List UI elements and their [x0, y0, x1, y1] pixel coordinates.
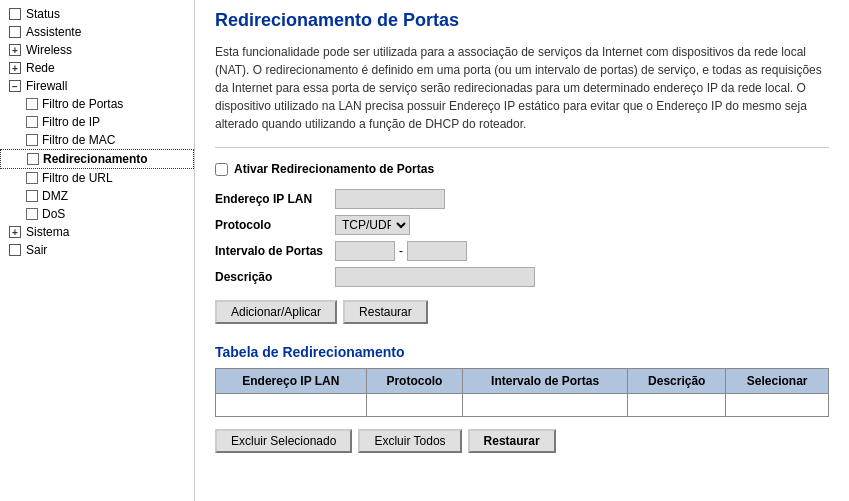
- plus-icon: +: [8, 43, 22, 57]
- sidebar-item-filtro-mac[interactable]: Filtro de MAC: [0, 131, 194, 149]
- bottom-buttons: Excluir Selecionado Excluir Todos Restau…: [215, 429, 829, 453]
- col-select: Selecionar: [726, 369, 829, 394]
- activate-checkbox[interactable]: [215, 163, 228, 176]
- table-row: Descrição: [215, 264, 541, 290]
- sidebar-item-sair[interactable]: Sair: [0, 241, 194, 259]
- form-buttons: Adicionar/Aplicar Restaurar: [215, 300, 829, 324]
- table-section: Tabela de Redirecionamento Endereço IP L…: [215, 344, 829, 453]
- activate-label: Ativar Redirecionamento de Portas: [234, 162, 434, 176]
- add-apply-button[interactable]: Adicionar/Aplicar: [215, 300, 337, 324]
- sidebar-item-label: DMZ: [42, 189, 68, 203]
- page-title: Redirecionamento de Portas: [215, 10, 829, 31]
- sidebar-item-label: Firewall: [26, 79, 67, 93]
- sidebar-item-filtro-ip[interactable]: Filtro de IP: [0, 113, 194, 131]
- sidebar-item-label: Sair: [26, 243, 47, 257]
- table-row: Intervalo de Portas -: [215, 238, 541, 264]
- sub-checkbox-icon: [26, 208, 38, 220]
- sidebar-item-label: Status: [26, 7, 60, 21]
- description-label: Descrição: [215, 264, 335, 290]
- col-protocol: Protocolo: [366, 369, 462, 394]
- sidebar-item-dmz[interactable]: DMZ: [0, 187, 194, 205]
- sidebar-item-sistema[interactable]: + Sistema: [0, 223, 194, 241]
- sidebar-item-label: Redirecionamento: [43, 152, 148, 166]
- sidebar-item-filtro-url[interactable]: Filtro de URL: [0, 169, 194, 187]
- checkbox-icon: [8, 7, 22, 21]
- col-ip: Endereço IP LAN: [216, 369, 367, 394]
- form-table: Endereço IP LAN Protocolo TCP/UDP TCP UD…: [215, 186, 541, 290]
- form-section: Ativar Redirecionamento de Portas Endere…: [215, 162, 829, 324]
- protocol-select[interactable]: TCP/UDP TCP UDP: [335, 215, 410, 235]
- sidebar-item-redirecionamento[interactable]: Redirecionamento: [0, 149, 194, 169]
- table-row: Endereço IP LAN: [215, 186, 541, 212]
- sidebar-item-firewall[interactable]: − Firewall: [0, 77, 194, 95]
- table-row: Protocolo TCP/UDP TCP UDP: [215, 212, 541, 238]
- sidebar-item-rede[interactable]: + Rede: [0, 59, 194, 77]
- plus-icon: +: [8, 225, 22, 239]
- table-row-empty: [216, 394, 829, 417]
- sub-checkbox-icon: [26, 98, 38, 110]
- activate-row: Ativar Redirecionamento de Portas: [215, 162, 829, 176]
- ip-lan-input[interactable]: [335, 189, 445, 209]
- sub-checkbox-icon: [26, 172, 38, 184]
- port-start-input[interactable]: [335, 241, 395, 261]
- sidebar-item-label: Rede: [26, 61, 55, 75]
- main-content: Redirecionamento de Portas Esta funciona…: [195, 0, 849, 501]
- sidebar-item-label: Assistente: [26, 25, 81, 39]
- ip-label: Endereço IP LAN: [215, 186, 335, 212]
- col-description: Descrição: [628, 369, 726, 394]
- sidebar-item-label: DoS: [42, 207, 65, 221]
- sidebar-item-wireless[interactable]: + Wireless: [0, 41, 194, 59]
- port-end-input[interactable]: [407, 241, 467, 261]
- table-title: Tabela de Redirecionamento: [215, 344, 829, 360]
- sidebar-item-filtro-portas[interactable]: Filtro de Portas: [0, 95, 194, 113]
- protocol-label: Protocolo: [215, 212, 335, 238]
- sidebar-item-label: Filtro de IP: [42, 115, 100, 129]
- sidebar-item-dos[interactable]: DoS: [0, 205, 194, 223]
- sidebar-item-assistente[interactable]: Assistente: [0, 23, 194, 41]
- checkbox-icon: [8, 243, 22, 257]
- sidebar-item-status[interactable]: Status: [0, 5, 194, 23]
- description-text: Esta funcionalidade pode ser utilizada p…: [215, 43, 829, 148]
- port-range-container: -: [335, 241, 535, 261]
- restore-button[interactable]: Restaurar: [343, 300, 428, 324]
- table-header-row: Endereço IP LAN Protocolo Intervalo de P…: [216, 369, 829, 394]
- checkbox-icon: [8, 25, 22, 39]
- sidebar-item-label: Wireless: [26, 43, 72, 57]
- sub-checkbox-icon: [26, 190, 38, 202]
- port-separator: -: [399, 244, 403, 258]
- delete-selected-button[interactable]: Excluir Selecionado: [215, 429, 352, 453]
- sub-checkbox-icon: [26, 116, 38, 128]
- sidebar: Status Assistente + Wireless + Rede − Fi…: [0, 0, 195, 501]
- minus-icon: −: [8, 79, 22, 93]
- col-port-range: Intervalo de Portas: [463, 369, 628, 394]
- sidebar-item-label: Sistema: [26, 225, 69, 239]
- bottom-restore-button[interactable]: Restaurar: [468, 429, 556, 453]
- data-table: Endereço IP LAN Protocolo Intervalo de P…: [215, 368, 829, 417]
- sub-checkbox-icon: [27, 153, 39, 165]
- sub-checkbox-icon: [26, 134, 38, 146]
- plus-icon: +: [8, 61, 22, 75]
- port-range-label: Intervalo de Portas: [215, 238, 335, 264]
- sidebar-item-label: Filtro de URL: [42, 171, 113, 185]
- sidebar-item-label: Filtro de MAC: [42, 133, 115, 147]
- sidebar-item-label: Filtro de Portas: [42, 97, 123, 111]
- delete-all-button[interactable]: Excluir Todos: [358, 429, 461, 453]
- description-input[interactable]: [335, 267, 535, 287]
